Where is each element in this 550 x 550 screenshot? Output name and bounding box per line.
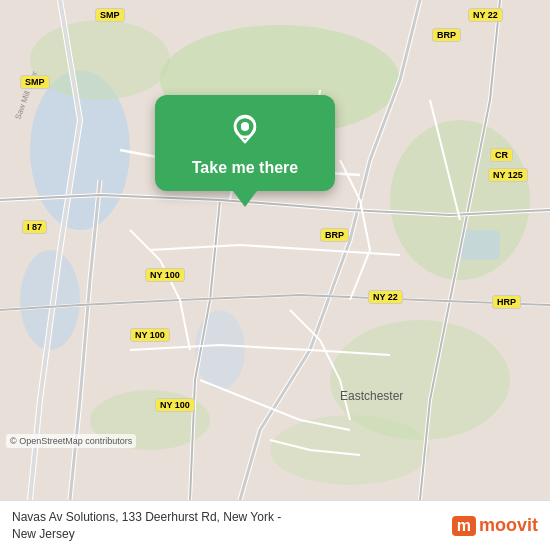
map-view: Eastchester Saw Mill River SMP SMP SBP B… bbox=[0, 0, 550, 500]
popup-label: Take me there bbox=[192, 159, 298, 177]
road-label-brp2: BRP bbox=[320, 228, 349, 242]
address-text: Navas Av Solutions, 133 Deerhurst Rd, Ne… bbox=[12, 509, 281, 543]
svg-point-15 bbox=[241, 122, 249, 130]
moovit-logo: m moovit bbox=[452, 515, 538, 536]
road-label-i87: I 87 bbox=[22, 220, 47, 234]
osm-attribution: © OpenStreetMap contributors bbox=[6, 434, 136, 448]
popup-tail bbox=[233, 191, 257, 207]
road-label-ny100b: NY 100 bbox=[130, 328, 170, 342]
road-label-ny22b: NY 22 bbox=[368, 290, 403, 304]
road-label-hrp: HRP bbox=[492, 295, 521, 309]
popup-box[interactable]: Take me there bbox=[155, 95, 335, 191]
svg-text:Eastchester: Eastchester bbox=[340, 389, 403, 403]
road-label-smp2: SMP bbox=[20, 75, 50, 89]
svg-rect-6 bbox=[460, 230, 500, 260]
road-label-ny100c: NY 100 bbox=[155, 398, 195, 412]
moovit-wordmark: moovit bbox=[479, 515, 538, 536]
moovit-m-icon: m bbox=[452, 516, 476, 536]
road-label-ny22a: NY 22 bbox=[468, 8, 503, 22]
road-label-cr: CR bbox=[490, 148, 513, 162]
svg-point-10 bbox=[30, 20, 170, 100]
location-pin-icon bbox=[226, 113, 264, 151]
road-label-ny100a: NY 100 bbox=[145, 268, 185, 282]
road-label-smp1: SMP bbox=[95, 8, 125, 22]
bottom-bar: Navas Av Solutions, 133 Deerhurst Rd, Ne… bbox=[0, 500, 550, 550]
location-popup[interactable]: Take me there bbox=[155, 95, 335, 207]
svg-point-9 bbox=[270, 415, 430, 485]
road-label-ny125: NY 125 bbox=[488, 168, 528, 182]
road-label-brp1: BRP bbox=[432, 28, 461, 42]
